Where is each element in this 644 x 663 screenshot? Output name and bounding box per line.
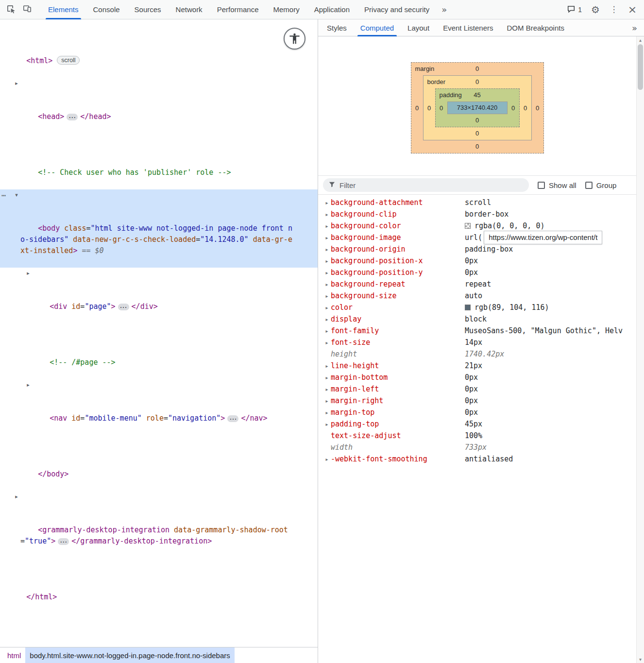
- scrollbar-thumb[interactable]: [638, 44, 643, 90]
- box-model-content[interactable]: 733×1740.420: [447, 102, 508, 114]
- property-arrow-icon[interactable]: ▸: [323, 270, 331, 275]
- tree-line[interactable]: ▸ <nav id="mobile-menu" role="navigation…: [0, 379, 318, 435]
- node-expand-dots[interactable]: …: [67, 114, 78, 120]
- node-expand-dots[interactable]: …: [118, 304, 129, 310]
- padding-left-value[interactable]: 0: [436, 104, 447, 112]
- margin-bottom-value[interactable]: 0: [411, 140, 543, 153]
- tree-line[interactable]: <!-- /#page -->: [0, 323, 318, 379]
- tab-privacy-and-security[interactable]: Privacy and security: [357, 0, 437, 19]
- margin-top-value[interactable]: 0: [475, 65, 479, 72]
- prop-line-height[interactable]: ▸ line-height 21px: [318, 360, 636, 372]
- tab-layout[interactable]: Layout: [401, 19, 436, 36]
- property-arrow-icon[interactable]: ▸: [323, 293, 331, 299]
- filter-field[interactable]: [323, 178, 529, 192]
- tab-network[interactable]: Network: [169, 0, 210, 19]
- inspect-element-button[interactable]: [3, 2, 18, 17]
- prop-padding-top[interactable]: ▸ padding-top 45px: [318, 418, 636, 430]
- show-all-label[interactable]: Show all: [549, 181, 576, 189]
- disclosure-arrow[interactable]: ▸: [13, 491, 20, 502]
- show-all-checkbox[interactable]: Show all: [538, 181, 576, 189]
- padding-bottom-value[interactable]: 0: [436, 114, 519, 127]
- prop-margin-bottom[interactable]: ▸ margin-bottom 0px: [318, 372, 636, 383]
- issues-button[interactable]: 1: [564, 4, 585, 15]
- tab-dom-breakpoints[interactable]: DOM Breakpoints: [500, 19, 571, 36]
- group-checkbox-box[interactable]: [585, 182, 593, 189]
- more-gutter[interactable]: …: [1, 188, 6, 200]
- prop-margin-top[interactable]: ▸ margin-top 0px: [318, 407, 636, 418]
- property-arrow-icon[interactable]: ▸: [323, 305, 331, 310]
- border-bottom-value[interactable]: 0: [424, 127, 531, 140]
- property-arrow-icon[interactable]: ▸: [323, 375, 331, 380]
- more-tabs-button[interactable]: »: [437, 0, 452, 19]
- prop-background-position-x[interactable]: ▸ background-position-x 0px: [318, 255, 636, 267]
- prop-font-size[interactable]: ▸ font-size 14px: [318, 337, 636, 348]
- tab-elements[interactable]: Elements: [41, 0, 86, 19]
- padding-top-value[interactable]: 45: [474, 91, 480, 99]
- box-model-padding[interactable]: padding 45 0 733×1740.420 0 0: [435, 88, 520, 127]
- settings-gear-icon[interactable]: ⚙: [588, 2, 603, 17]
- prop-background-position-y[interactable]: ▸ background-position-y 0px: [318, 267, 636, 278]
- property-arrow-icon[interactable]: ▸: [323, 363, 331, 369]
- prop--webkit-font-smoothing[interactable]: ▸ -webkit-font-smoothing antialiased: [318, 453, 636, 465]
- prop-text-size-adjust[interactable]: ▸ text-size-adjust 100%: [318, 430, 636, 442]
- disclosure-arrow[interactable]: ▸: [25, 268, 32, 279]
- disclosure-arrow[interactable]: ▸: [25, 379, 32, 391]
- prop-background-clip[interactable]: ▸ background-clip border-box: [318, 208, 636, 220]
- scroll-down-arrow-icon[interactable]: ▾: [637, 656, 644, 663]
- tree-line[interactable]: <html>scroll: [0, 22, 318, 78]
- accessibility-person-icon[interactable]: [284, 28, 305, 50]
- tree-line[interactable]: ▸ <grammarly-desktop-integration data-gr…: [0, 491, 318, 558]
- property-arrow-icon[interactable]: ▸: [323, 223, 331, 229]
- show-all-checkbox-box[interactable]: [538, 182, 545, 189]
- color-swatch[interactable]: [465, 305, 471, 310]
- prop-background-color[interactable]: ▸ background-color rgba(0, 0, 0, 0): [318, 220, 636, 232]
- tab-performance[interactable]: Performance: [210, 0, 266, 19]
- tab-event-listeners[interactable]: Event Listeners: [436, 19, 500, 36]
- border-left-value[interactable]: 0: [424, 104, 435, 112]
- prop-font-family[interactable]: ▸ font-family MuseoSans-500, "Malgun Got…: [318, 325, 636, 337]
- border-top-value[interactable]: 0: [475, 78, 479, 85]
- breadcrumb-item[interactable]: html: [3, 647, 25, 663]
- box-model-margin[interactable]: margin 0 0 border 0 0: [411, 62, 544, 153]
- prop-background-image[interactable]: ▸ background-image url(https://www.tizen…: [318, 232, 636, 243]
- property-arrow-icon[interactable]: ▸: [323, 398, 331, 404]
- tab-sources[interactable]: Sources: [127, 0, 169, 19]
- tree-line[interactable]: </html>: [0, 558, 318, 614]
- prop-height[interactable]: ▸ height 1740.42px: [318, 348, 636, 360]
- property-arrow-icon[interactable]: ▸: [323, 282, 331, 287]
- group-label[interactable]: Group: [596, 181, 617, 189]
- tree-line[interactable]: </body>: [0, 435, 318, 491]
- property-arrow-icon[interactable]: ▸: [323, 422, 331, 427]
- margin-left-value[interactable]: 0: [411, 104, 423, 112]
- margin-right-value[interactable]: 0: [532, 104, 543, 112]
- sidebar-scrollbar[interactable]: ▴ ▾: [636, 36, 644, 663]
- tree-line[interactable]: <!-- Check user who has 'publisher' role…: [0, 134, 318, 189]
- property-arrow-icon[interactable]: ▸: [323, 328, 331, 334]
- color-swatch[interactable]: [465, 223, 471, 229]
- property-arrow-icon[interactable]: ▸: [323, 457, 331, 462]
- tab-application[interactable]: Application: [307, 0, 357, 19]
- background-image-url-link[interactable]: https://www.tizen.org/wp-content/t: [484, 231, 602, 244]
- node-expand-dots[interactable]: …: [227, 415, 238, 422]
- disclosure-arrow[interactable]: ▾: [13, 189, 20, 201]
- property-arrow-icon[interactable]: ▸: [323, 200, 331, 205]
- property-arrow-icon[interactable]: ▸: [323, 212, 331, 217]
- prop-margin-right[interactable]: ▸ margin-right 0px: [318, 395, 636, 407]
- node-expand-dots[interactable]: …: [58, 538, 69, 545]
- prop-background-repeat[interactable]: ▸ background-repeat repeat: [318, 278, 636, 290]
- tree-line[interactable]: ▸ <div id="page">…</div>: [0, 268, 318, 323]
- property-arrow-icon[interactable]: ▸: [323, 258, 331, 264]
- prop-background-size[interactable]: ▸ background-size auto: [318, 290, 636, 302]
- prop-color[interactable]: ▸ color rgb(89, 104, 116): [318, 302, 636, 313]
- prop-background-origin[interactable]: ▸ background-origin padding-box: [318, 243, 636, 255]
- property-arrow-icon[interactable]: ▸: [323, 235, 331, 240]
- padding-right-value[interactable]: 0: [508, 104, 519, 112]
- breadcrumb-item[interactable]: body.html.site-www.not-logged-in.page-no…: [25, 647, 234, 663]
- tab-styles[interactable]: Styles: [320, 19, 354, 36]
- disclosure-arrow[interactable]: ▸: [13, 78, 20, 89]
- border-right-value[interactable]: 0: [520, 104, 531, 112]
- property-arrow-icon[interactable]: ▸: [323, 317, 331, 322]
- close-icon[interactable]: ×: [625, 2, 640, 17]
- tree-line[interactable]: ▸ <head>…</head>: [0, 78, 318, 134]
- tab-memory[interactable]: Memory: [266, 0, 307, 19]
